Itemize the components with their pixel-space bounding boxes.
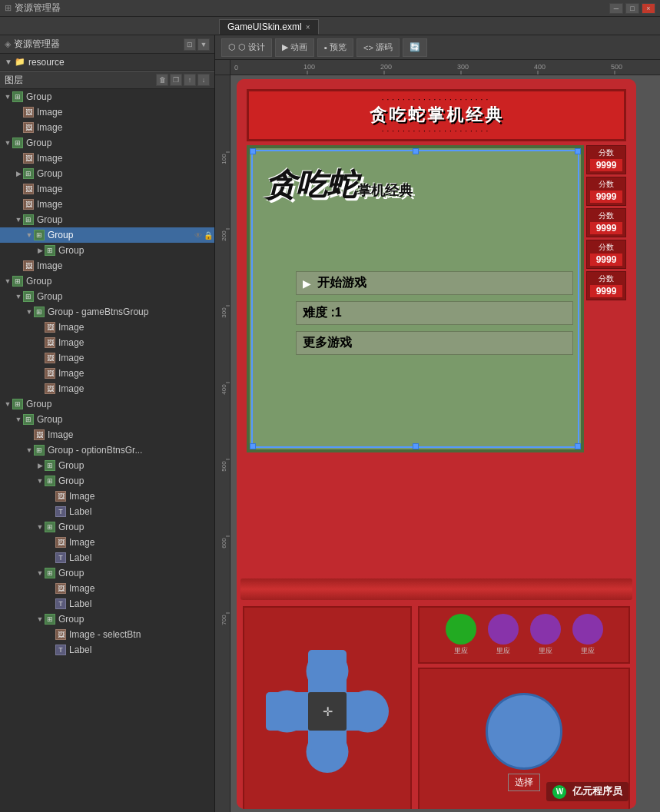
- select-label: 选择: [508, 774, 540, 791]
- tree-item[interactable]: 🖼 Image: [0, 381, 214, 396]
- resource-folder-row[interactable]: ▼ 📁 resource: [0, 54, 214, 71]
- close-button[interactable]: ×: [642, 3, 655, 14]
- group-icon: ⊞: [45, 522, 55, 532]
- tree-arrow-icon: ▼: [3, 400, 12, 408]
- resource-control-1[interactable]: ⊡: [184, 38, 196, 51]
- layer-tool-down[interactable]: ↓: [197, 74, 210, 86]
- game-separator: [240, 578, 632, 600]
- tree-item[interactable]: ▶⊞ Group: [0, 458, 214, 473]
- svg-text:300: 300: [457, 63, 469, 71]
- source-button[interactable]: <> 源码: [357, 38, 400, 57]
- tab-gameuiskin[interactable]: GameUISkin.exml ×: [219, 19, 319, 35]
- preview-button[interactable]: ▪ 预览: [317, 38, 353, 57]
- handle-bl[interactable]: [250, 443, 256, 449]
- tree-item[interactable]: ▼⊞ Group - gameBtnsGroup: [0, 304, 214, 320]
- tree-item[interactable]: ▼⊞ Group: [0, 135, 214, 151]
- action-circle-green[interactable]: [446, 614, 476, 645]
- tree-item[interactable]: ▼⊞ Group: [0, 212, 214, 227]
- tree-item[interactable]: 🖼 Image: [0, 489, 214, 504]
- tree-item[interactable]: 🖼 Image: [0, 181, 214, 197]
- tab-close-button[interactable]: ×: [306, 23, 310, 31]
- game-device: ····················· 贪吃蛇掌机经典 ··········…: [237, 79, 636, 809]
- animation-button[interactable]: ▶ 动画: [275, 38, 314, 57]
- tree-item[interactable]: T Label: [0, 550, 214, 565]
- tree-item[interactable]: 🖼 Image: [0, 335, 214, 350]
- tree-item[interactable]: ▼⊞ Group: [0, 289, 214, 304]
- handle-tl[interactable]: [250, 148, 256, 154]
- tree-item[interactable]: 🖼 Image: [0, 258, 214, 273]
- resource-manager-title: 资源管理器: [14, 38, 184, 51]
- layer-tool-copy[interactable]: ❐: [170, 74, 182, 86]
- tree-item[interactable]: ▶⊞ Group: [0, 243, 214, 258]
- tree-item[interactable]: 🖼 Image - selectBtn: [0, 627, 214, 642]
- title-bar: ⊞ 资源管理器 ─ □ ×: [0, 0, 660, 17]
- tree-item[interactable]: ▶⊞ Group: [0, 166, 214, 181]
- tree-item-label: Image: [69, 537, 214, 548]
- maximize-button[interactable]: □: [625, 3, 639, 14]
- minimize-button[interactable]: ─: [609, 3, 623, 14]
- tree-item[interactable]: 🖼 Image: [0, 581, 214, 596]
- tree-item[interactable]: 🖼 Image: [0, 120, 214, 135]
- tree-arrow-icon: ▼: [35, 523, 45, 531]
- menu-item-difficulty[interactable]: 难度 :1: [296, 301, 573, 325]
- tree-item[interactable]: ▼⊞ Group: [0, 473, 214, 489]
- tree-item[interactable]: 🖼 Image: [0, 535, 214, 550]
- handle-tm[interactable]: [413, 148, 419, 154]
- image-icon: 🖼: [23, 122, 34, 133]
- image-icon: 🖼: [45, 368, 55, 379]
- layer-tool-up[interactable]: ↑: [184, 74, 196, 86]
- tree-item[interactable]: 🖼 Image: [0, 350, 214, 366]
- tree-arrow-icon: ▼: [14, 416, 23, 423]
- score-item-3: 分数 9999: [586, 208, 626, 237]
- game-menu: ▶ 开始游戏 难度 :1 更多游戏: [296, 271, 573, 361]
- tree-item-label: Image: [58, 322, 214, 333]
- ruler-vertical: 100 200 300 400 500 600 700: [215, 75, 231, 812]
- menu-item-more[interactable]: 更多游戏: [296, 331, 573, 355]
- resource-manager-header: ◈ 资源管理器 ⊡ ▼: [0, 35, 214, 54]
- tree-item[interactable]: ▼⊞ Group: [0, 89, 214, 104]
- refresh-button[interactable]: 🔄: [403, 38, 427, 57]
- handle-bm[interactable]: [413, 443, 419, 449]
- app-icon: ⊞: [5, 3, 12, 13]
- tree-item[interactable]: ▼⊞ Group: [0, 565, 214, 581]
- handle-tr[interactable]: [575, 148, 581, 154]
- tree-item[interactable]: 🖼 Image: [0, 427, 214, 442]
- label-icon: T: [55, 645, 66, 655]
- tree-item-label: Image: [58, 368, 214, 379]
- layer-tool-delete[interactable]: 🗑: [156, 74, 168, 86]
- canvas-area[interactable]: 0 100 200 300 400 500 600 700: [215, 60, 660, 812]
- svg-text:400: 400: [534, 63, 546, 71]
- handle-br[interactable]: [575, 443, 581, 449]
- design-button[interactable]: ⬡ ⬡ 设计: [221, 38, 272, 57]
- action-circle-purple-3[interactable]: [572, 614, 603, 645]
- tree-item[interactable]: T Label: [0, 504, 214, 519]
- score-label-4: 分数: [589, 242, 623, 253]
- lock-button[interactable]: 🔒: [204, 231, 213, 240]
- tree-item[interactable]: ▼⊞ Group: [0, 396, 214, 412]
- action-circle-purple-2[interactable]: [530, 614, 561, 645]
- app-title: 资源管理器: [15, 2, 61, 15]
- tree-item[interactable]: ▼⊞ Group: [0, 611, 214, 627]
- tree-item[interactable]: ▼⊞ Group - optionBtnsGr...: [0, 442, 214, 458]
- group-icon: ⊞: [12, 138, 23, 148]
- menu-item-start[interactable]: ▶ 开始游戏: [296, 271, 573, 295]
- tree-item[interactable]: ▼⊞ Group: [0, 412, 214, 427]
- tree-arrow-icon: ▼: [25, 308, 34, 316]
- tree-item[interactable]: ▼⊞ Group: [0, 519, 214, 535]
- group-icon: ⊞: [12, 399, 23, 409]
- tree-item[interactable]: 🖼 Image: [0, 151, 214, 166]
- tree-item[interactable]: T Label: [0, 642, 214, 658]
- tree-item-label: Label: [69, 645, 214, 655]
- eye-button[interactable]: 👁: [194, 231, 202, 240]
- tree-item[interactable]: 🖼 Image: [0, 104, 214, 120]
- action-circle-purple-1[interactable]: [488, 614, 519, 645]
- big-action-button[interactable]: [486, 693, 562, 770]
- tree-item[interactable]: ▼⊞ Group👁🔒: [0, 227, 214, 243]
- tree-item[interactable]: T Label: [0, 596, 214, 611]
- tree-item[interactable]: 🖼 Image: [0, 320, 214, 335]
- resource-control-2[interactable]: ▼: [197, 38, 210, 51]
- tree-item[interactable]: 🖼 Image: [0, 197, 214, 212]
- tree-item[interactable]: ▼⊞ Group: [0, 273, 214, 289]
- tree-item[interactable]: 🖼 Image: [0, 366, 214, 381]
- image-icon: 🖼: [55, 491, 66, 502]
